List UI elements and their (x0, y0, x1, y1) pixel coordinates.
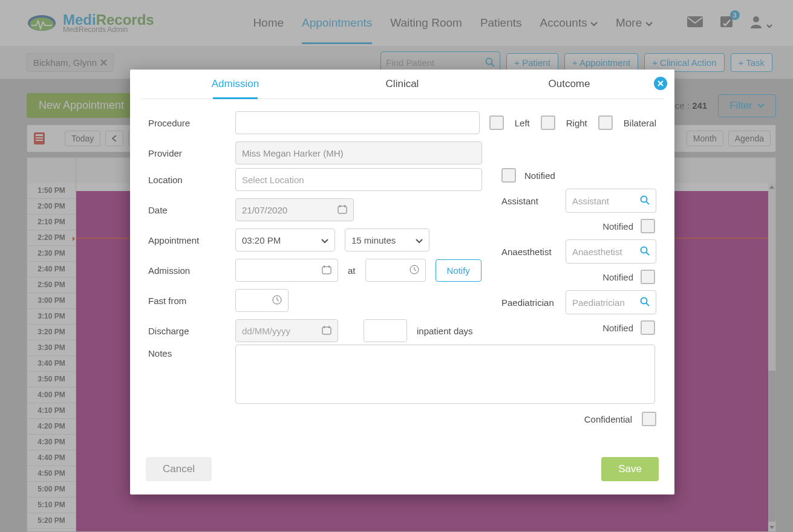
anaesthetist-label: Anaesthetist (501, 247, 557, 257)
fast-from-input[interactable] (235, 289, 289, 312)
clock-icon[interactable] (272, 295, 282, 307)
tab-admission[interactable]: Admission (152, 70, 319, 99)
right-label: Right (566, 118, 587, 128)
inpatient-days-label: inpatient days (417, 326, 473, 336)
procedure-input[interactable] (235, 111, 480, 134)
discharge-label: Discharge (148, 326, 226, 336)
chevron-down-icon (321, 235, 328, 245)
confidential-checkbox[interactable] (642, 412, 656, 426)
search-icon[interactable] (640, 297, 650, 308)
appointment-label: Appointment (148, 235, 226, 245)
svg-line-19 (414, 270, 416, 271)
svg-point-26 (641, 196, 647, 202)
anaesthetist-notified-checkbox[interactable] (641, 270, 655, 284)
confidential-label: Confidential (584, 414, 632, 424)
close-button[interactable] (654, 77, 667, 90)
clock-icon[interactable] (410, 265, 419, 276)
appointment-time-select[interactable]: 03:20 PM (235, 229, 335, 251)
notes-textarea[interactable] (235, 345, 655, 404)
notes-label: Notes (148, 345, 226, 358)
procedure-label: Procedure (148, 118, 226, 128)
paediatrician-notified-checkbox[interactable] (641, 320, 655, 335)
notified-checkbox[interactable] (501, 168, 516, 183)
assistant-label: Assistant (501, 196, 557, 206)
admission-modal: Admission Clinical Outcome Procedure Lef… (130, 70, 674, 495)
assistant-notified-label: Notified (602, 221, 633, 232)
cancel-button[interactable]: Cancel (146, 457, 212, 481)
svg-point-28 (641, 247, 647, 253)
assistant-input[interactable]: Assistant (566, 189, 656, 213)
date-label: Date (148, 205, 226, 215)
location-input[interactable]: Select Location (235, 168, 482, 191)
fast-from-label: Fast from (148, 296, 226, 306)
calendar-icon[interactable] (322, 265, 331, 276)
chevron-down-icon (416, 235, 423, 245)
bilateral-checkbox[interactable] (598, 115, 613, 130)
search-icon[interactable] (640, 195, 650, 207)
inpatient-days-input[interactable] (364, 319, 407, 342)
location-label: Location (148, 175, 226, 185)
tab-outcome[interactable]: Outcome (486, 70, 653, 99)
assistant-notified-checkbox[interactable] (641, 219, 655, 233)
admission-time-input[interactable] (365, 259, 426, 282)
search-icon[interactable] (640, 246, 650, 258)
svg-line-31 (647, 303, 650, 306)
svg-point-30 (641, 297, 647, 303)
svg-rect-11 (338, 206, 347, 213)
discharge-date-input[interactable]: dd/MM/yyyy (235, 319, 338, 342)
left-checkbox[interactable] (489, 115, 504, 130)
bilateral-label: Bilateral (624, 118, 656, 128)
notify-button[interactable]: Notify (436, 259, 481, 282)
admission-label: Admission (148, 265, 226, 276)
svg-rect-23 (322, 327, 331, 334)
paediatrician-label: Paediatrician (501, 297, 557, 308)
svg-line-27 (647, 201, 650, 204)
appointment-duration-select[interactable]: 15 minutes (345, 229, 429, 251)
right-checkbox[interactable] (541, 115, 555, 130)
paediatrician-input[interactable]: Paediatrician (566, 290, 656, 314)
date-input[interactable]: 21/07/2020 (235, 198, 354, 221)
svg-rect-14 (322, 267, 331, 274)
anaesthetist-input[interactable]: Anaesthetist (566, 239, 656, 264)
calendar-icon[interactable] (322, 325, 331, 337)
admission-date-input[interactable] (235, 259, 338, 282)
provider-input[interactable]: Miss Megan Harker (MH) (235, 141, 482, 164)
paediatrician-notified-label: Notified (602, 323, 633, 333)
notified-label: Notified (524, 170, 555, 181)
provider-label: Provider (148, 148, 226, 158)
calendar-icon[interactable] (338, 204, 347, 216)
at-label: at (348, 265, 356, 276)
tab-clinical[interactable]: Clinical (319, 70, 486, 99)
svg-line-29 (647, 252, 650, 255)
svg-line-22 (277, 300, 279, 301)
left-label: Left (515, 118, 530, 128)
anaesthetist-notified-label: Notified (602, 272, 633, 282)
save-button[interactable]: Save (601, 457, 659, 481)
